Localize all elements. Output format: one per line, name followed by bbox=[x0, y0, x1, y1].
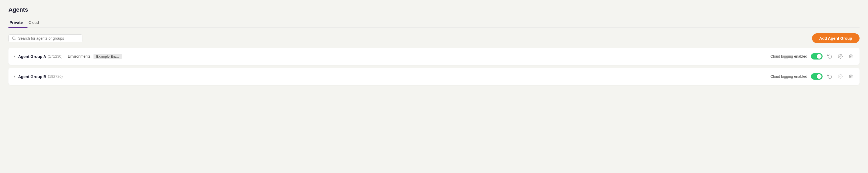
group-b-delete-button[interactable] bbox=[847, 73, 854, 80]
expand-group-b-chevron[interactable]: › bbox=[14, 74, 15, 79]
group-a-name: Agent Group A bbox=[18, 54, 46, 59]
tab-cloud[interactable]: Cloud bbox=[28, 18, 43, 28]
group-a-settings-button[interactable] bbox=[837, 53, 844, 60]
group-b-history-button[interactable] bbox=[826, 73, 833, 80]
group-a-env-label: Environments: bbox=[68, 54, 91, 58]
group-b-cloud-logging-toggle[interactable] bbox=[811, 73, 823, 80]
tab-private[interactable]: Private bbox=[8, 18, 28, 28]
group-b-id: (192720) bbox=[48, 74, 63, 79]
group-a-history-button[interactable] bbox=[826, 53, 833, 60]
group-b-actions: Cloud logging enabled bbox=[771, 73, 854, 80]
tabs-bar: Private Cloud bbox=[8, 18, 860, 28]
search-wrapper bbox=[8, 34, 83, 42]
group-a-cloud-logging-toggle[interactable] bbox=[811, 53, 823, 59]
group-a-env-badge[interactable]: Example Env... bbox=[94, 54, 122, 59]
group-b-name: Agent Group B bbox=[18, 74, 46, 79]
group-b-cloud-logging-label: Cloud logging enabled bbox=[771, 74, 807, 79]
group-b-settings-button[interactable] bbox=[837, 73, 844, 80]
toolbar: Add Agent Group bbox=[8, 33, 860, 43]
group-a-actions: Cloud logging enabled bbox=[771, 53, 854, 60]
agent-group-row: › Agent Group B (192720) Cloud logging e… bbox=[8, 68, 860, 85]
search-input[interactable] bbox=[18, 36, 79, 40]
svg-point-2 bbox=[840, 56, 841, 57]
expand-group-a-chevron[interactable]: › bbox=[14, 54, 15, 58]
group-a-id: (171230) bbox=[48, 54, 63, 58]
search-icon bbox=[12, 36, 16, 40]
group-a-cloud-logging-label: Cloud logging enabled bbox=[771, 54, 807, 58]
svg-point-3 bbox=[840, 76, 841, 77]
agent-group-row: › Agent Group A (171230) Environments: E… bbox=[8, 48, 860, 65]
add-agent-group-button[interactable]: Add Agent Group bbox=[812, 33, 860, 43]
group-a-delete-button[interactable] bbox=[847, 53, 854, 60]
svg-line-1 bbox=[15, 39, 16, 40]
page-title: Agents bbox=[8, 6, 860, 13]
